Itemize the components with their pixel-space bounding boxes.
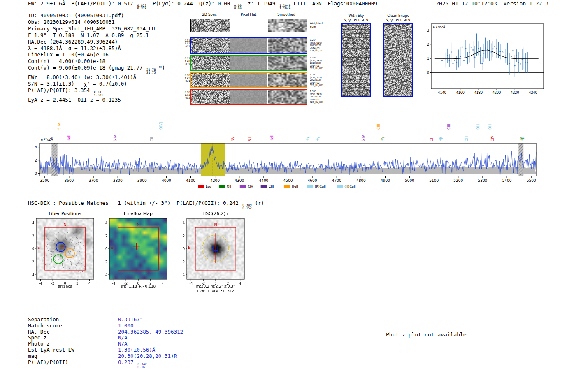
fiber-overlay: -4-4-2-2002244NE: [26, 208, 100, 286]
emission-line-label: Hβ: [439, 137, 443, 141]
info-line: P(LAE)/P(OII): 3.354 8.521.681: [28, 87, 165, 97]
emission-line-label: CIII: [447, 124, 451, 130]
clean-image-coords: x, y: 353, 919: [378, 18, 419, 23]
pixel-flat-image: [230, 90, 267, 104]
sup-sub-value: 1.19491.1949: [279, 4, 290, 10]
svg-text:4800: 4800: [356, 179, 366, 183]
legend-swatch: [261, 185, 267, 188]
svg-text:4220: 4220: [511, 91, 519, 95]
svg-text:0: 0: [105, 247, 107, 251]
with-sky-panel: [341, 23, 371, 97]
with-sky-image: [342, 24, 370, 96]
cutout-xlabel: EWr: 1. PLAE: 0.242: [183, 289, 249, 293]
spec2d-row-annotation: 0.21"(353, 919)20230129v014_03326_LU_101: [310, 39, 331, 52]
fiber-circle: [47, 242, 56, 251]
emission-line-label: SiIV: [361, 135, 365, 141]
svg-text:0: 0: [32, 247, 34, 251]
match-table-value: 1.000: [118, 322, 134, 329]
smoothed-image: [268, 90, 307, 104]
highlighted-fiber-circle: [65, 249, 74, 258]
legend-label: CIV: [248, 185, 253, 188]
legend-label: Lyα: [206, 185, 211, 188]
legend-swatch: [198, 185, 204, 188]
emission-line-label: Hγ: [316, 137, 320, 141]
sup-sub-value: 8.521.681: [94, 91, 103, 97]
svg-text:5300: 5300: [478, 179, 487, 183]
info-line: Cont(w) = 9.60(±0.09)e-18 (gmag 21.77 21…: [28, 65, 165, 74]
detection-highlight-band: [201, 143, 225, 176]
fiber-circle: [56, 232, 65, 241]
spec2d-row-annotation: 1.32"(350, 742)20230129v014_01326_LU_081: [310, 56, 331, 70]
clean-image-panel: [383, 23, 413, 97]
emission-line-label: NV: [231, 137, 235, 141]
svg-text:3700: 3700: [89, 179, 98, 183]
compass-east-label: E: [188, 245, 190, 250]
smoothed-image: [268, 73, 307, 87]
spec2d-row-left-values: 0.321.02012: [181, 39, 190, 48]
spec2d-row: 0.100.730321.35"(350, 742)20230129v014_0…: [190, 89, 307, 105]
info-line: LineFlux = 1.10(±0.46)e-16: [28, 51, 165, 58]
svg-text:1: 1: [427, 57, 429, 60]
fiber-circle: [65, 232, 74, 241]
cutout-xlabel: arcsecs: [32, 284, 98, 288]
spec2d-row-annotation: WeightedSum: [310, 22, 331, 28]
hsc-overlay: -4-4-2-2002244NE: [176, 208, 250, 286]
legend-swatch: [307, 185, 313, 188]
svg-text:4500: 4500: [283, 179, 293, 183]
fiber-circle: [43, 256, 52, 265]
emission-line-label: CI: [430, 138, 434, 141]
match-table-row: Separation0.33167": [28, 317, 183, 323]
smoothed-image: [268, 19, 307, 32]
clean-image-title: Clean Image x, y: 353, 919: [378, 14, 419, 23]
spec2d-col-header: Smoothed: [268, 12, 305, 16]
lineflux-overlay: -4-4-2-2002244NE: [99, 208, 173, 286]
match-table-label: Spec z: [28, 335, 118, 341]
legend-swatch: [240, 185, 246, 188]
svg-text:4: 4: [32, 221, 34, 225]
compass-east-label: E: [111, 245, 113, 250]
svg-text:4100: 4100: [186, 179, 195, 183]
clean-image-title-text: Clean Image: [378, 14, 419, 18]
legend-label: HeII: [292, 185, 298, 188]
spec2d-image: [191, 38, 230, 53]
legend-label: (K)CaII: [315, 185, 326, 188]
match-table-label: RA, Dec: [28, 329, 118, 335]
fiber-positions-cutout: Fiber Positions-4-4-2-2002244NEarcsecs: [26, 208, 100, 299]
svg-text:0: 0: [35, 172, 37, 176]
svg-text:4900: 4900: [381, 179, 390, 183]
header-summary-line: EW: 2.9±1.6Å P(LAE)/P(OII): 0.517 0.8220…: [28, 0, 377, 10]
svg-text:2: 2: [35, 158, 37, 162]
svg-text:5100: 5100: [429, 179, 439, 183]
svg-text:3: 3: [427, 29, 429, 32]
fiber-circle: [62, 260, 71, 269]
match-table-label: P(LAE)/P(OII): [28, 360, 118, 366]
header-timestamp-version: 2025-01-12 10:12:03 Version 1.22.3: [436, 0, 548, 7]
svg-text:2: 2: [32, 234, 34, 238]
compass-north-label: N: [214, 222, 217, 227]
match-table-value: N/A: [118, 334, 128, 341]
emission-line-label: OIII: [488, 124, 492, 130]
match-table-value: 204.362385, 49.396312: [118, 329, 183, 335]
with-sky-title-text: With Sky: [336, 14, 377, 18]
emission-line-label: CIII: [376, 124, 381, 130]
emission-line-label: OIII: [476, 124, 480, 130]
svg-text:4: 4: [35, 145, 37, 149]
svg-text:-4: -4: [104, 273, 107, 277]
match-table-label: Est LyA rest-EW: [28, 347, 118, 353]
spec2d-cutout-panel: 2D SpecPixel FlatSmoothedWeightedSum0.32…: [190, 12, 330, 108]
spec2d-image: [191, 90, 230, 104]
svg-text:4140: 4140: [438, 91, 446, 95]
svg-text:4300: 4300: [235, 179, 244, 183]
svg-text:4180: 4180: [474, 91, 483, 95]
pixel-flat-image: [230, 19, 267, 32]
fiber-circle: [74, 242, 84, 251]
pixel-flat-image: [230, 56, 267, 70]
compass-east-label: E: [37, 245, 40, 250]
emission-line-label: HeII: [67, 135, 71, 141]
match-table-label: mag: [28, 353, 118, 360]
svg-text:4: 4: [105, 221, 107, 225]
spec2d-row-annotation: 1.50"(351, 751)20230129v014_02326_LU_082: [310, 73, 331, 87]
match-table-row: RA, Dec204.362385, 49.396312: [28, 329, 183, 335]
detection-info-block: ID: 4090510031 (4090510031.pdf)Obs: 2023…: [28, 12, 165, 103]
sup-sub-value: 0.3420.161: [137, 363, 147, 369]
